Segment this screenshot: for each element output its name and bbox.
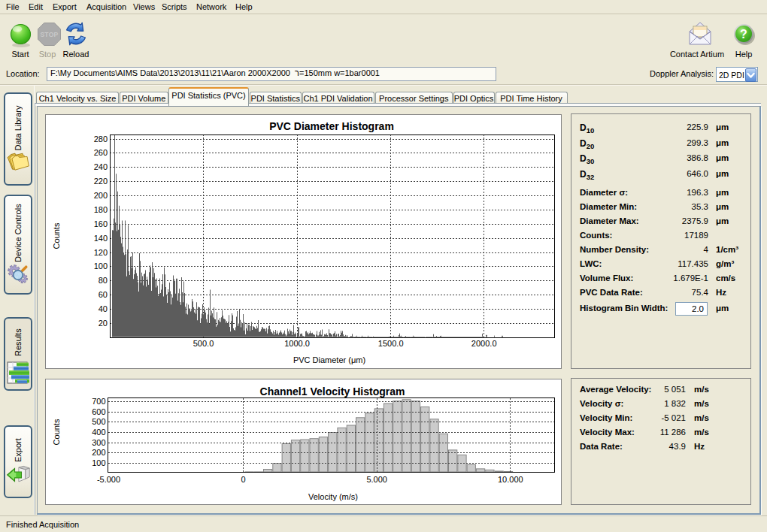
svg-text:300: 300 [92, 438, 105, 447]
svg-text:700: 700 [92, 397, 105, 406]
svg-text:200: 200 [92, 448, 105, 457]
svg-text:140: 140 [94, 234, 108, 243]
svg-text:PVC Diameter Histogram: PVC Diameter Histogram [269, 120, 394, 132]
svg-text:200: 200 [94, 191, 108, 200]
svg-text:10.000: 10.000 [498, 475, 523, 484]
svg-text:2000.0: 2000.0 [471, 339, 497, 348]
svg-text:160: 160 [94, 219, 108, 228]
svg-text:Channel1 Velocity Histogram: Channel1 Velocity Histogram [260, 385, 405, 397]
svg-text:500: 500 [92, 417, 105, 426]
svg-text:?: ? [740, 28, 747, 41]
svg-text:60: 60 [99, 290, 108, 299]
svg-text:1000.0: 1000.0 [284, 339, 310, 348]
svg-text:STOP: STOP [40, 31, 58, 38]
svg-text:180: 180 [94, 205, 108, 214]
svg-text:PVC Diameter (μm): PVC Diameter (μm) [293, 355, 365, 364]
svg-text:240: 240 [94, 162, 108, 171]
svg-text:100: 100 [92, 458, 105, 467]
svg-text:260: 260 [94, 148, 108, 157]
svg-text:Counts: Counts [52, 222, 61, 249]
svg-text:80: 80 [99, 276, 108, 285]
svg-text:280: 280 [94, 135, 108, 144]
svg-text:100: 100 [94, 261, 108, 271]
svg-text:500.0: 500.0 [193, 339, 214, 348]
svg-text:20: 20 [99, 319, 108, 328]
svg-text:40: 40 [99, 304, 108, 313]
svg-text:400: 400 [92, 428, 105, 437]
svg-text:5.000: 5.000 [366, 475, 387, 484]
svg-text:Velocity (m/s): Velocity (m/s) [308, 492, 358, 501]
svg-text:220: 220 [94, 177, 108, 186]
svg-text:Counts: Counts [52, 419, 61, 445]
svg-text:0: 0 [241, 475, 246, 484]
svg-text:-5.000: -5.000 [97, 475, 120, 484]
svg-text:120: 120 [94, 248, 108, 257]
svg-text:600: 600 [92, 407, 105, 416]
svg-text:1500.0: 1500.0 [378, 339, 404, 348]
